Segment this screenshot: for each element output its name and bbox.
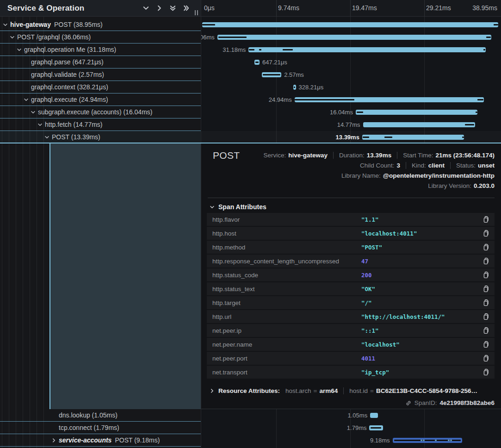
chevron-right-icon <box>210 388 215 393</box>
span-duration-bar[interactable] <box>217 35 492 40</box>
span-bar-row[interactable]: 1.79ms <box>201 422 501 434</box>
attribute-key: net.transport <box>212 369 361 376</box>
span-duration-bar[interactable] <box>356 110 478 115</box>
span-bar-row[interactable]: 9.18ms <box>201 434 501 447</box>
timeline-tick-label: 0μs <box>204 4 215 12</box>
span-bar-row[interactable]: 24.94ms <box>201 93 501 106</box>
span-bar-row[interactable]: 2.57ms <box>201 68 501 81</box>
span-attributes-title: Span Attributes <box>218 203 266 211</box>
span-bar-row[interactable]: 13.39ms <box>201 131 501 143</box>
attribute-row: http.method"POST" <box>207 241 495 254</box>
chevron-down-icon[interactable] <box>24 97 29 102</box>
attribute-value: "POST" <box>361 244 382 251</box>
copy-icon[interactable] <box>482 355 489 362</box>
chevron-down-icon[interactable] <box>10 35 15 40</box>
span-duration-text: 14.77ms <box>337 121 360 128</box>
chevron-down-icon[interactable] <box>3 22 8 27</box>
attribute-key: http.url <box>212 313 361 320</box>
critical-path-segment <box>384 137 392 138</box>
span-bar-row[interactable]: 647.21μs <box>201 56 501 68</box>
link-icon[interactable] <box>405 400 412 406</box>
attribute-key: http.host <box>212 230 361 237</box>
copy-icon[interactable] <box>482 271 489 279</box>
attribute-value: 47 <box>361 258 368 265</box>
span-row[interactable]: graphql.operation Me (31.18ms) <box>0 44 201 56</box>
collapse-all-icon[interactable] <box>169 5 176 12</box>
span-row[interactable]: graphql.context (328.21μs) <box>0 81 201 93</box>
copy-icon[interactable] <box>482 285 489 292</box>
span-row[interactable]: POST (13.39ms) <box>0 131 201 143</box>
chevron-down-icon[interactable] <box>31 110 36 115</box>
attribute-row: http.host"localhost:4011" <box>207 227 495 240</box>
span-operation-label: POST (13.39ms) <box>52 133 100 141</box>
copy-icon[interactable] <box>482 368 489 376</box>
attribute-row: http.target"/" <box>207 296 495 309</box>
span-operation-label: POST (9.18ms) <box>115 436 160 444</box>
expand-one-icon[interactable] <box>156 5 163 12</box>
span-row[interactable]: dns.lookup (1.05ms) <box>0 409 201 422</box>
span-duration-bar[interactable] <box>362 135 464 140</box>
span-duration-bar[interactable] <box>363 122 476 127</box>
span-row[interactable]: tcp.connect (1.79ms) <box>0 422 201 434</box>
copy-icon[interactable] <box>482 216 489 223</box>
selected-span-region <box>49 143 201 409</box>
span-operation-label: graphql.context (328.21μs) <box>31 83 108 91</box>
column-resizer-grip[interactable] <box>195 10 198 15</box>
span-row[interactable]: http.fetch (14.77ms) <box>0 118 201 131</box>
timeline-ruler[interactable]: 0μs9.74ms19.47ms29.21ms38.95ms <box>201 0 501 17</box>
span-attributes-toggle[interactable]: Span Attributes <box>210 203 266 211</box>
expand-all-icon[interactable] <box>183 5 190 12</box>
panel-divider[interactable] <box>201 0 201 448</box>
span-row[interactable]: subgraph.execute (accounts) (16.04ms) <box>0 106 201 118</box>
span-bar-row[interactable]: 31.18ms <box>201 44 501 56</box>
copy-icon[interactable] <box>482 299 489 306</box>
span-duration-bar[interactable] <box>370 413 378 418</box>
attribute-row: http.response_content_length_uncompresse… <box>207 255 495 268</box>
resource-attributes-toggle[interactable]: Resource Attributes: host.arch=arm64host… <box>210 387 477 394</box>
span-duration-text: 13.39ms <box>336 134 359 141</box>
chevron-right-icon[interactable] <box>51 438 56 443</box>
attribute-value: "localhost:4011" <box>361 230 417 237</box>
copy-icon[interactable] <box>482 341 489 348</box>
detail-meta-item: Child Count:3 <box>360 162 400 169</box>
copy-icon[interactable] <box>482 257 489 265</box>
critical-path-segment <box>494 24 498 25</box>
critical-path-segment <box>465 124 475 125</box>
span-bar-row[interactable]: 328.21μs <box>201 81 501 93</box>
copy-icon[interactable] <box>482 243 489 251</box>
resource-attribute-item: host.id=BC62E13B-C4CC-5854-9788-256… <box>343 387 477 394</box>
span-row[interactable]: graphql.validate (2.57ms) <box>0 68 201 81</box>
span-row[interactable]: hive-gatewayPOST (38.95ms) <box>0 19 201 31</box>
span-bar-row[interactable]: 16.04ms <box>201 106 501 118</box>
span-duration-text: 36.06ms <box>201 34 215 41</box>
collapse-one-icon[interactable] <box>142 5 149 12</box>
span-bar-row[interactable]: 36.06ms <box>201 31 501 44</box>
chevron-down-icon[interactable] <box>37 122 43 127</box>
span-bar-row[interactable]: 14.77ms <box>201 118 501 131</box>
copy-icon[interactable] <box>482 313 489 320</box>
attribute-row: http.status_text"OK" <box>207 282 495 295</box>
span-bar-row[interactable]: 1.05ms <box>201 409 501 422</box>
copy-icon[interactable] <box>482 327 489 334</box>
span-row[interactable]: graphql.parse (647.21μs) <box>0 56 201 68</box>
attribute-key: http.response_content_length_uncompresse… <box>212 258 361 265</box>
chevron-down-icon[interactable] <box>44 135 49 140</box>
attribute-key: net.peer.ip <box>212 327 361 334</box>
detail-divider <box>208 198 495 198</box>
attribute-row: http.status_code200 <box>207 268 495 281</box>
span-operation-label: graphql.operation Me (31.18ms) <box>24 46 116 53</box>
chevron-down-icon[interactable] <box>17 47 22 52</box>
span-row[interactable]: service-accountsPOST (9.18ms) <box>0 434 201 447</box>
span-id-label: SpanID: <box>414 399 437 406</box>
span-service-name: hive-gateway <box>10 21 51 28</box>
span-row[interactable]: POST /graphql (36.06ms) <box>0 31 201 44</box>
critical-path-segment <box>263 74 281 75</box>
copy-icon[interactable] <box>482 230 489 237</box>
chevron-down-icon <box>210 205 215 210</box>
span-bar-row[interactable]: 38.95ms <box>201 19 501 31</box>
span-duration-text: 24.94ms <box>269 96 292 103</box>
span-duration-bar[interactable] <box>202 22 498 27</box>
critical-path-segment <box>294 87 295 88</box>
span-duration-text: 9.18ms <box>370 437 390 444</box>
span-row[interactable]: graphql.execute (24.94ms) <box>0 93 201 106</box>
